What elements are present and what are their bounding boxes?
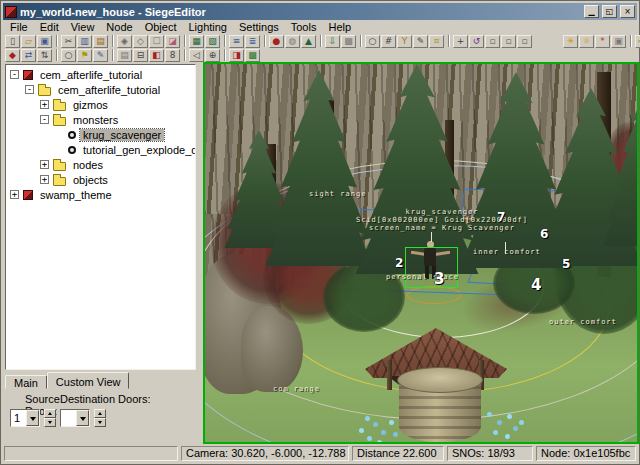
- probe-icon[interactable]: ¤: [429, 35, 444, 48]
- tab-main[interactable]: Main: [5, 375, 47, 389]
- map-node-icon: [23, 70, 33, 80]
- board-icon[interactable]: ▩: [341, 35, 356, 48]
- sphere-icon[interactable]: ●: [269, 35, 284, 48]
- point-light-icon[interactable]: *: [595, 35, 610, 48]
- siege-editor-window: my_world-new_house - SiegeEditor ▁ ◱ × F…: [0, 0, 640, 465]
- flag-tool-icon[interactable]: ⚑: [77, 49, 92, 62]
- ambient-light-icon[interactable]: ☼: [579, 35, 594, 48]
- paste-node-icon[interactable]: ≣: [245, 35, 260, 48]
- spin-up-button[interactable]: [44, 409, 56, 418]
- spin-down-button[interactable]: [44, 418, 56, 427]
- tree-item[interactable]: -monsters: [6, 112, 195, 127]
- handles-a-icon[interactable]: ◈: [117, 35, 132, 48]
- terrain-icon[interactable]: ▲: [301, 35, 316, 48]
- green-box-icon[interactable]: ▩: [245, 49, 260, 62]
- key-tool-icon[interactable]: 8: [165, 49, 180, 62]
- drop-to-ground-icon[interactable]: ⇩: [325, 35, 340, 48]
- new-file-icon[interactable]: ▯: [5, 35, 20, 48]
- dropdown-arrow-icon[interactable]: [26, 410, 39, 426]
- destination-doors-select[interactable]: [60, 409, 90, 427]
- link-a-icon[interactable]: ⊶: [635, 35, 640, 48]
- rotate-tool-icon[interactable]: ↺: [469, 35, 484, 48]
- spin-down-button[interactable]: [94, 418, 106, 427]
- close-button[interactable]: ×: [620, 5, 635, 18]
- well-cap: [397, 367, 483, 393]
- menu-item-file[interactable]: File: [4, 20, 34, 34]
- cubes-tool-icon[interactable]: ◧: [149, 49, 164, 62]
- frame-c-icon[interactable]: ▫: [517, 35, 532, 48]
- expander-icon[interactable]: -: [25, 85, 34, 94]
- brush-tool-icon[interactable]: ✎: [93, 49, 108, 62]
- menu-item-object[interactable]: Object: [139, 20, 183, 34]
- move-tool-icon[interactable]: +: [453, 35, 468, 48]
- toolbar-separator: [184, 49, 186, 61]
- fill-bucket-icon[interactable]: ◍: [285, 35, 300, 48]
- dropdown-arrow-icon[interactable]: [76, 410, 89, 426]
- marquee-select-icon[interactable]: ☐: [149, 35, 164, 48]
- vehicle-tool-icon[interactable]: ⊟: [133, 49, 148, 62]
- expander-icon[interactable]: +: [10, 190, 19, 199]
- save-file-icon[interactable]: ▣: [37, 35, 52, 48]
- cut-icon[interactable]: ✂: [61, 35, 76, 48]
- object-set-icon[interactable]: ◨: [229, 49, 244, 62]
- tree-item-label: nodes: [70, 159, 106, 171]
- expander-icon[interactable]: -: [10, 70, 19, 79]
- grid-window-b-icon[interactable]: ▧: [205, 35, 220, 48]
- tree-item[interactable]: +gizmos: [6, 97, 195, 112]
- menu-item-help[interactable]: Help: [322, 20, 357, 34]
- eraser-icon[interactable]: ◪: [165, 35, 180, 48]
- tree-item[interactable]: +nodes: [6, 157, 195, 172]
- open-file-icon[interactable]: ▱: [21, 35, 36, 48]
- sun-light-icon[interactable]: ☀: [563, 35, 578, 48]
- outer-comfort-label: outer comfort: [549, 318, 617, 326]
- flask-icon[interactable]: Y: [397, 35, 412, 48]
- frame-a-icon[interactable]: ▫: [485, 35, 500, 48]
- minimize-button[interactable]: ▁: [584, 5, 599, 18]
- object-icon: [68, 131, 76, 139]
- menu-item-tools[interactable]: Tools: [285, 20, 323, 34]
- expander-icon[interactable]: -: [40, 115, 49, 124]
- tree-item[interactable]: tutorial_gen_explode_door-krug_grunt: [6, 142, 195, 157]
- import-export-icon[interactable]: ⇄: [21, 49, 36, 62]
- tree-item[interactable]: +objects: [6, 172, 195, 187]
- menu-item-settings[interactable]: Settings: [233, 20, 285, 34]
- lasso-icon[interactable]: ○: [365, 35, 380, 48]
- door-number: 3: [434, 270, 444, 288]
- personal-space-label: personal space: [386, 273, 459, 281]
- menu-item-lighting[interactable]: Lighting: [182, 20, 233, 34]
- viewport[interactable]: sight range krug_scavenger Scid[0x002000…: [203, 62, 639, 444]
- grid-window-a-icon[interactable]: ▦: [189, 35, 204, 48]
- copy-node-icon[interactable]: ≡: [229, 35, 244, 48]
- paste-icon[interactable]: ▤: [93, 35, 108, 48]
- restore-button[interactable]: ◱: [602, 5, 617, 18]
- menu-item-view[interactable]: View: [65, 20, 101, 34]
- lamp-icon[interactable]: ▣: [611, 35, 626, 48]
- folder-icon: [53, 102, 66, 111]
- spin-up-button[interactable]: [94, 409, 106, 418]
- sort-icon[interactable]: ⇅: [37, 49, 52, 62]
- menu-item-node[interactable]: Node: [100, 20, 138, 34]
- node-doc-icon[interactable]: ◆: [5, 49, 20, 62]
- expander-icon[interactable]: +: [40, 175, 49, 184]
- frame-b-icon[interactable]: ▫: [501, 35, 516, 48]
- anchor-tool-icon[interactable]: ⊕: [205, 49, 220, 62]
- cursor-tool-icon[interactable]: ◁: [189, 49, 204, 62]
- snap-grid-icon[interactable]: #: [381, 35, 396, 48]
- clipboard-tool-icon[interactable]: ▤: [117, 49, 132, 62]
- tree-item[interactable]: krug_scavenger: [6, 127, 195, 142]
- circle-tool-icon[interactable]: ○: [61, 49, 76, 62]
- tree-item[interactable]: +swamp_theme: [6, 187, 195, 202]
- pencil-icon[interactable]: ✎: [413, 35, 428, 48]
- expander-icon[interactable]: +: [40, 160, 49, 169]
- tree-view[interactable]: -cem_afterlife_tutorial-cem_afterlife_tu…: [5, 64, 196, 370]
- tree-item[interactable]: -cem_afterlife_tutorial: [6, 67, 195, 82]
- source-doors-select[interactable]: 1: [10, 409, 40, 427]
- expander-icon[interactable]: +: [40, 100, 49, 109]
- copy-icon[interactable]: ▥: [77, 35, 92, 48]
- left-panel: -cem_afterlife_tutorial-cem_afterlife_tu…: [3, 62, 199, 444]
- status-bar: Camera: 30.620, -6.000, -12.788 Distance…: [3, 444, 637, 462]
- tree-item[interactable]: -cem_afterlife_tutorial: [6, 82, 195, 97]
- handles-b-icon[interactable]: ◇: [133, 35, 148, 48]
- tab-custom-view[interactable]: Custom View: [47, 372, 130, 389]
- menu-item-edit[interactable]: Edit: [34, 20, 65, 34]
